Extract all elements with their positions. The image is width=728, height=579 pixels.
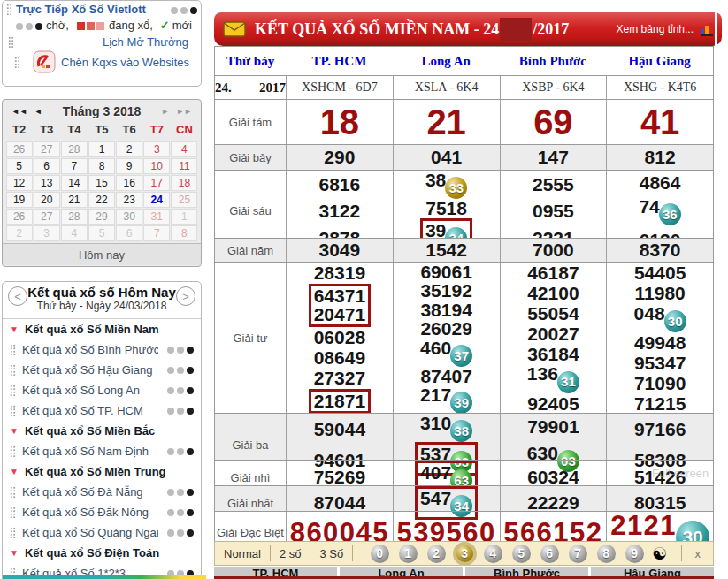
calendar-day-cell[interactable]: 27 xyxy=(34,141,60,157)
drag-handle-icon[interactable] xyxy=(10,446,16,457)
vietlott-live-link[interactable]: Trực Tiếp Xổ Số Vietlott xyxy=(16,3,146,16)
calendar-day-cell[interactable]: 4 xyxy=(171,141,197,157)
digit-ball-button[interactable]: 8 xyxy=(597,545,616,563)
calendar-day-cell[interactable]: 3 xyxy=(34,225,60,241)
calendar-day-cell[interactable]: 10 xyxy=(143,158,170,174)
lottery-section-header[interactable]: ▼Kết quả xổ Số Điện Toán xyxy=(3,543,201,563)
digit-ball-button[interactable]: 9 xyxy=(625,545,644,563)
calendar-day-cell[interactable]: 13 xyxy=(34,175,60,191)
drag-handle-icon[interactable] xyxy=(10,364,16,376)
calendar-day-cell[interactable]: 5 xyxy=(88,225,115,241)
prize-line: 46037 xyxy=(420,339,472,367)
digit-ball-button[interactable]: 0 xyxy=(371,545,389,563)
calendar-day-cell[interactable]: 7 xyxy=(143,225,170,241)
calendar-day-cell[interactable]: 12 xyxy=(6,175,33,191)
calendar-day-cell[interactable]: 24 xyxy=(143,192,170,208)
stats-chart-icon[interactable] xyxy=(701,23,713,36)
calendar-day-cell[interactable]: 18 xyxy=(171,175,197,191)
digit-ball-button[interactable]: 3 xyxy=(456,545,474,563)
calendar-day-cell[interactable]: 26 xyxy=(6,209,33,225)
calendar-day-cell[interactable]: 7 xyxy=(61,158,88,174)
next-day-button[interactable]: > xyxy=(176,286,195,306)
lottery-section-header[interactable]: ▼Kết quả xổ Số Miền Trung xyxy=(3,461,201,482)
calendar-day-cell[interactable]: 2 xyxy=(6,225,33,241)
lottery-link-item[interactable]: Kết quả xổ Số Đắk Nông xyxy=(3,502,201,522)
drag-handle-icon[interactable] xyxy=(10,385,16,396)
calendar-day-cell[interactable]: 16 xyxy=(116,175,142,191)
calendar-day-cell[interactable]: 25 xyxy=(171,192,197,208)
calendar-day-cell[interactable]: 28 xyxy=(61,209,88,225)
calendar-day-cell[interactable]: 27 xyxy=(34,209,60,225)
calendar-day-cell[interactable]: 8 xyxy=(88,158,115,174)
lottery-link-item[interactable]: Kết quả xổ Số Nam Định xyxy=(3,441,201,461)
calendar-day-cell[interactable]: 3 xyxy=(143,141,170,157)
calendar-day-cell[interactable]: 6 xyxy=(34,158,60,174)
view-province-table-link[interactable]: Xem bảng tỉnh... xyxy=(617,23,694,35)
digit-ball-button[interactable]: 1 xyxy=(399,545,418,563)
calendar-day-cell[interactable]: 17 xyxy=(143,175,170,191)
collapse-arrow-icon: ▼ xyxy=(10,467,19,476)
calendar-day-cell[interactable]: 2 xyxy=(116,141,142,157)
calendar-prev-year-icon[interactable]: ◄◄ xyxy=(8,107,31,116)
calendar-day-cell[interactable]: 5 xyxy=(6,158,33,174)
calendar-day-cell[interactable]: 1 xyxy=(88,141,115,157)
prize-line: 18 xyxy=(320,104,360,141)
calendar-day-cell[interactable]: 26 xyxy=(6,141,33,157)
calendar-day-cell[interactable]: 19 xyxy=(6,192,33,208)
drag-handle-icon[interactable] xyxy=(10,507,16,518)
calendar-day-cell[interactable]: 20 xyxy=(34,192,60,208)
lottery-link-item[interactable]: Kết quả xổ Số Quảng Ngãi xyxy=(3,522,201,543)
calendar-next-month-icon[interactable]: ► xyxy=(157,107,172,116)
calendar-day-cell[interactable]: 1 xyxy=(171,209,197,225)
calendar-day-cell[interactable]: 30 xyxy=(116,209,142,225)
lottery-link-item[interactable]: Kết quả xổ Số Hậu Giang xyxy=(3,360,201,380)
calendar-prev-month-icon[interactable]: ◄ xyxy=(31,107,46,116)
prize-number: 136 xyxy=(527,363,558,384)
digit-ball-button[interactable]: 2 xyxy=(427,545,446,563)
lottery-section-header[interactable]: ▼Kết quả xổ Số Miền Bắc xyxy=(3,421,201,441)
calendar-day-cell[interactable]: 29 xyxy=(88,209,115,225)
calendar-day-cell[interactable]: 11 xyxy=(171,158,197,174)
prize-number: 3122 xyxy=(319,201,361,221)
prize-row: Giải tư283196437120471060280864927327218… xyxy=(215,262,713,413)
drag-handle-icon[interactable] xyxy=(10,344,16,355)
calendar-day-cell[interactable]: 15 xyxy=(88,175,115,191)
lottery-link-item[interactable]: Kết quả xổ Số TP. HCM xyxy=(3,400,201,421)
calendar-day-cell[interactable]: 9 xyxy=(116,158,142,174)
calendar-day-cell[interactable]: 14 xyxy=(61,175,88,191)
digit-ball-button[interactable]: 6 xyxy=(540,545,559,563)
lottery-section-header[interactable]: ▼Kết quả xổ Số Miền Nam xyxy=(3,319,201,339)
lottery-link-item[interactable]: Kết quả xổ Số Đà Nẵng xyxy=(3,482,201,502)
lottery-link-item[interactable]: Kết quả xổ Số Long An xyxy=(3,380,201,400)
embed-widget-link[interactable]: Chèn Kqxs vào Websites xyxy=(61,56,189,69)
prize-number: 71090 xyxy=(634,373,686,393)
mode-button[interactable]: 3 Số xyxy=(310,545,353,561)
drag-handle-icon[interactable] xyxy=(10,527,16,538)
close-filter-button[interactable]: x xyxy=(694,547,701,560)
lottery-link-item[interactable]: Kết quả xổ Số Bình Phước xyxy=(3,339,201,360)
mode-button[interactable]: 2 số xyxy=(271,545,311,561)
mode-button[interactable]: Normal xyxy=(215,545,271,561)
drag-handle-icon[interactable] xyxy=(6,4,12,15)
calendar-day-cell[interactable]: 6 xyxy=(116,225,142,241)
calendar-day-cell[interactable]: 8 xyxy=(171,225,197,241)
drag-handle-icon[interactable] xyxy=(10,405,16,416)
prev-day-button[interactable]: < xyxy=(8,286,27,306)
calendar-day-cell[interactable]: 31 xyxy=(143,209,170,225)
yinyang-ball-icon[interactable]: ☯ xyxy=(652,544,667,563)
calendar-day-cell[interactable]: 21 xyxy=(61,192,88,208)
prize-schedule-link[interactable]: Lịch Mở Thưởng xyxy=(103,35,188,49)
digit-ball-button[interactable]: 4 xyxy=(484,545,502,563)
calendar-day-cell[interactable]: 22 xyxy=(88,192,115,208)
digit-ball-button[interactable]: 5 xyxy=(512,545,531,563)
calendar-today-button[interactable]: Hôm nay xyxy=(3,243,201,265)
calendar-day-cell[interactable]: 4 xyxy=(61,225,88,241)
digit-ball-button[interactable]: 7 xyxy=(569,545,587,563)
calendar-day-cell[interactable]: 23 xyxy=(116,192,142,208)
calendar-day-cell[interactable]: 28 xyxy=(61,141,88,157)
calendar-next-year-icon[interactable]: ►► xyxy=(172,107,195,116)
drag-handle-icon[interactable] xyxy=(10,486,16,498)
prize-number-wrap: 26029 xyxy=(420,318,471,339)
drag-handle-icon[interactable] xyxy=(8,36,14,48)
drag-handle-icon[interactable] xyxy=(14,57,20,68)
